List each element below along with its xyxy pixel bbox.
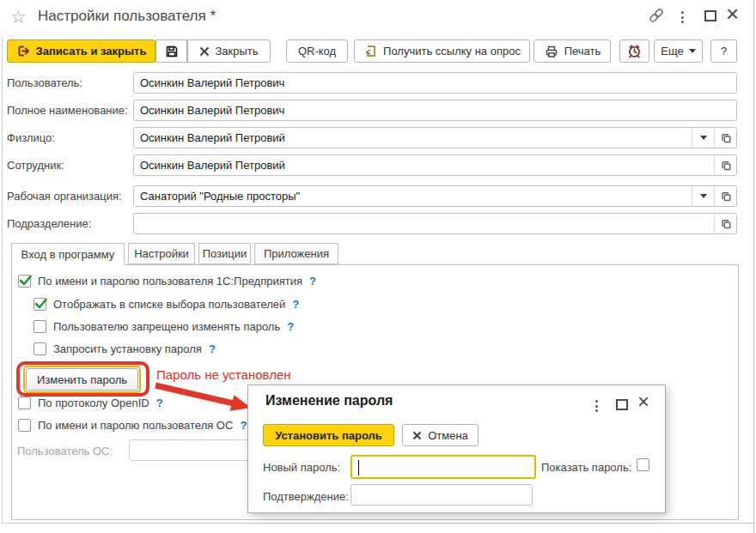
tab-applications[interactable]: Приложения: [254, 243, 338, 264]
checkbox-forbid-change[interactable]: [34, 320, 46, 333]
close-form-button[interactable]: Закрыть: [187, 39, 271, 63]
checkbox-row-os-auth: По имени и паролю пользователя ОС ?: [18, 419, 247, 432]
organization-input[interactable]: [134, 186, 692, 206]
fullname-input[interactable]: [134, 100, 736, 120]
help-question-link[interactable]: ?: [156, 397, 163, 409]
os-user-label: Пользователь ОС:: [17, 445, 113, 457]
organization-open-button[interactable]: [714, 186, 736, 206]
cancel-label: Отмена: [428, 429, 468, 442]
person-open-button[interactable]: [714, 128, 736, 148]
new-password-input[interactable]: [352, 457, 534, 477]
help-question-link[interactable]: ?: [209, 342, 216, 355]
survey-link-label: Получить ссылку на опрос: [383, 45, 521, 58]
checkbox-row-show-in-list: Отображать в списке выбора пользователей…: [34, 298, 299, 311]
reminder-clock-button[interactable]: [619, 39, 649, 63]
tab-positions[interactable]: Позиции: [198, 243, 251, 264]
field-label-fullname: Полное наименование:: [7, 104, 128, 117]
favorite-star-icon[interactable]: ☆: [10, 7, 27, 27]
checkbox-openid[interactable]: [18, 397, 31, 409]
survey-link-button[interactable]: Получить ссылку на опрос: [354, 39, 530, 63]
person-input[interactable]: [134, 128, 692, 148]
checkbox-label: Запросить установку пароля: [53, 342, 202, 355]
dialog-maximize-icon[interactable]: [616, 399, 628, 410]
field-label-person: Физлицо:: [7, 131, 55, 144]
page-title: Настройки пользователя *: [38, 8, 216, 25]
alarm-clock-icon: [626, 43, 643, 59]
chevron-down-icon: [700, 194, 707, 198]
text-caret: [358, 460, 359, 475]
checkbox-require-password[interactable]: [34, 342, 46, 355]
qr-code-label: QR-код: [298, 45, 336, 58]
window-edge: [753, 0, 754, 533]
checkbox-row-forbid-change: Пользователю запрещено изменять пароль ?: [34, 320, 294, 333]
save-close-icon: [16, 44, 31, 58]
help-question-link[interactable]: ?: [292, 298, 299, 311]
dialog-title: Изменение пароля: [265, 393, 393, 409]
organization-field[interactable]: [133, 185, 737, 207]
change-password-dialog: Изменение пароля × Установить пароль Отм…: [247, 385, 666, 513]
qr-code-button[interactable]: QR-код: [286, 39, 348, 63]
checkbox-show-in-list[interactable]: [34, 298, 46, 311]
change-password-button[interactable]: Изменить пароль: [26, 368, 138, 391]
x-icon: [412, 431, 422, 440]
organization-dropdown-button[interactable]: [692, 186, 714, 206]
fullname-field[interactable]: [133, 100, 737, 121]
new-password-label: Новый пароль:: [263, 461, 340, 474]
confirm-password-input[interactable]: [351, 484, 533, 506]
checkbox-label: По имени и паролю пользователя ОС: [38, 419, 233, 432]
user-input[interactable]: [134, 73, 736, 93]
employee-field[interactable]: [133, 154, 737, 176]
checkbox-row-require-password: Запросить установку пароля ?: [34, 342, 216, 355]
save-button[interactable]: [155, 39, 187, 63]
help-question-link[interactable]: ?: [287, 320, 294, 333]
open-form-icon: [719, 217, 733, 231]
employee-input[interactable]: [134, 155, 714, 175]
department-field[interactable]: [133, 213, 737, 234]
confirm-password-label: Подтверждение:: [263, 490, 349, 503]
open-form-icon: [719, 190, 733, 203]
dialog-close-icon[interactable]: ×: [637, 390, 649, 415]
print-label: Печать: [564, 45, 601, 58]
maximize-icon[interactable]: [704, 10, 716, 21]
chevron-down-icon: [700, 136, 707, 140]
department-open-button[interactable]: [714, 214, 736, 233]
more-button[interactable]: Еще: [654, 39, 703, 63]
user-field[interactable]: [133, 72, 737, 94]
password-status-text: Пароль не установлен: [156, 367, 291, 382]
x-icon: [199, 46, 210, 57]
employee-open-button[interactable]: [714, 155, 736, 175]
show-password-checkbox[interactable]: [637, 458, 649, 471]
more-label: Еще: [661, 45, 683, 58]
tab-login[interactable]: Вход в программу: [11, 243, 125, 265]
open-form-icon: [719, 159, 733, 173]
open-form-icon: [719, 131, 733, 145]
person-field[interactable]: [133, 127, 737, 148]
window-menu-kebab-icon[interactable]: [680, 9, 686, 25]
tab-settings[interactable]: Настройки: [128, 243, 195, 264]
checkmark-icon: [18, 273, 33, 288]
checkbox-row-openid: По протоколу OpenID ?: [18, 397, 163, 409]
dialog-menu-kebab-icon[interactable]: [594, 398, 600, 414]
cancel-button[interactable]: Отмена: [402, 424, 479, 446]
person-dropdown-button[interactable]: [692, 128, 714, 148]
checkbox-label: Отображать в списке выбора пользователей: [53, 298, 285, 311]
save-and-close-label: Записать и закрыть: [36, 45, 147, 58]
checkbox-1c-auth[interactable]: [18, 275, 31, 288]
help-label: ?: [721, 45, 727, 58]
new-password-field[interactable]: [351, 455, 536, 479]
floppy-icon: [164, 44, 180, 59]
save-and-close-button[interactable]: Записать и закрыть: [7, 39, 155, 63]
field-label-employee: Сотрудник:: [7, 159, 64, 172]
checkbox-os-auth[interactable]: [18, 419, 31, 432]
help-button[interactable]: ?: [710, 39, 737, 63]
field-label-organization: Рабочая организация:: [7, 190, 122, 203]
field-label-user: Пользователь:: [7, 76, 82, 89]
help-question-link[interactable]: ?: [240, 419, 247, 432]
close-icon[interactable]: ×: [726, 1, 739, 27]
department-input[interactable]: [134, 214, 714, 233]
set-password-button[interactable]: Установить пароль: [263, 424, 394, 446]
close-form-label: Закрыть: [215, 45, 258, 58]
get-link-icon[interactable]: [647, 6, 666, 25]
print-button[interactable]: Печать: [533, 39, 611, 63]
help-question-link[interactable]: ?: [309, 275, 316, 288]
